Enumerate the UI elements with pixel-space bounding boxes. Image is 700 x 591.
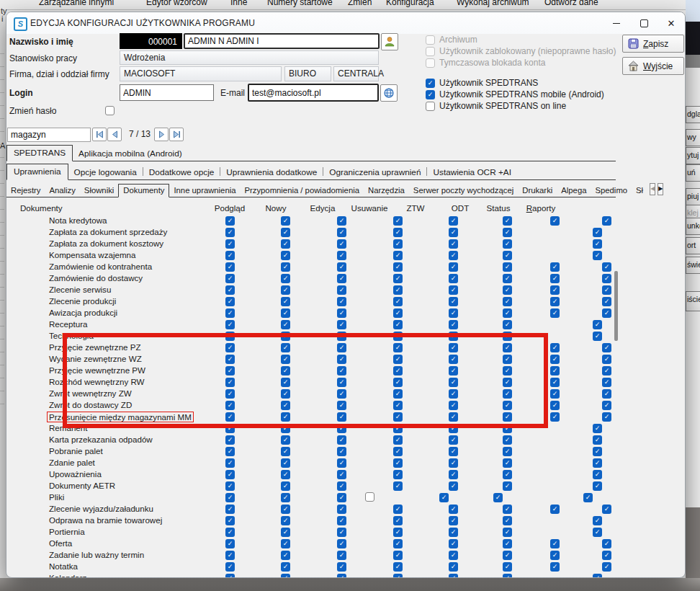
perm-checkbox[interactable]	[225, 458, 235, 468]
perm-checkbox[interactable]	[225, 481, 235, 491]
save-button[interactable]: Zapisz	[622, 35, 684, 53]
tab-rejestry[interactable]: Rejestry	[6, 185, 45, 197]
menu-item[interactable]: Konfiguracja	[386, 0, 434, 7]
perm-checkbox[interactable]	[593, 239, 602, 249]
perm-checkbox[interactable]	[225, 228, 235, 237]
perm-checkbox[interactable]	[449, 297, 458, 306]
perm-checkbox[interactable]	[225, 332, 235, 341]
perm-checkbox[interactable]	[393, 343, 403, 352]
perm-checkbox[interactable]	[281, 505, 290, 514]
perm-checkbox[interactable]	[550, 562, 560, 572]
perm-checkbox[interactable]	[449, 447, 458, 456]
vertical-scrollbar-thumb[interactable]	[614, 271, 618, 341]
perm-checkbox[interactable]	[503, 320, 512, 329]
perm-checkbox[interactable]	[225, 574, 235, 578]
perm-checkbox[interactable]	[225, 262, 235, 272]
perm-checkbox[interactable]	[393, 401, 403, 410]
perm-checkbox[interactable]	[393, 262, 403, 272]
perm-checkbox[interactable]	[281, 574, 290, 578]
menu-item[interactable]: Zarządzanie innymi	[39, 0, 114, 7]
department-field[interactable]: BIURO	[284, 66, 331, 81]
perm-checkbox[interactable]	[449, 470, 458, 479]
perm-checkbox[interactable]	[337, 274, 346, 283]
bg-side-button[interactable]: piuj	[686, 188, 700, 205]
perm-checkbox[interactable]	[337, 343, 346, 352]
perm-checkbox[interactable]	[281, 551, 290, 560]
perm-checkbox[interactable]	[225, 216, 235, 226]
tab-ograniczenia-uprawnień[interactable]: Ograniczenia uprawnień	[323, 166, 426, 179]
perm-checkbox[interactable]	[449, 378, 458, 387]
perm-checkbox[interactable]	[583, 493, 593, 502]
perm-checkbox[interactable]	[225, 308, 235, 318]
menu-item[interactable]: Numery startowe	[267, 0, 333, 7]
perm-checkbox[interactable]	[281, 458, 290, 468]
perm-checkbox[interactable]	[593, 447, 602, 456]
user-type-checkbox[interactable]	[426, 90, 435, 99]
perm-checkbox[interactable]	[281, 216, 290, 226]
perm-checkbox[interactable]	[593, 251, 602, 260]
perm-checkbox[interactable]	[225, 505, 235, 514]
perm-checkbox[interactable]	[449, 285, 458, 295]
perm-checkbox[interactable]	[550, 274, 560, 283]
perm-checkbox[interactable]	[225, 389, 235, 399]
tab-uprawnienia-dodatkowe[interactable]: Uprawnienia dodatkowe	[220, 166, 323, 179]
perm-checkbox[interactable]	[393, 435, 403, 445]
perm-checkbox[interactable]	[393, 297, 403, 306]
user-type-checkbox[interactable]	[426, 102, 435, 111]
perm-checkbox[interactable]	[281, 343, 290, 352]
company-field[interactable]: MACIOSOFT	[120, 66, 282, 81]
perm-checkbox[interactable]	[281, 366, 290, 376]
perm-checkbox[interactable]	[393, 216, 403, 226]
tab-aplikacja-mobilna-android-[interactable]: Aplikacja mobilna (Android)	[73, 147, 188, 161]
perm-checkbox[interactable]	[503, 470, 512, 479]
user-type-checkbox[interactable]	[426, 79, 435, 88]
perm-checkbox[interactable]	[393, 481, 403, 491]
perm-checkbox[interactable]	[225, 355, 235, 364]
perm-checkbox[interactable]	[225, 239, 235, 249]
perm-checkbox[interactable]	[593, 516, 602, 525]
perm-checkbox[interactable]	[337, 285, 346, 295]
close-button[interactable]: ✕	[660, 14, 682, 32]
perm-checkbox[interactable]	[281, 528, 290, 537]
perm-checkbox[interactable]	[393, 285, 403, 295]
menu-item[interactable]: Inne	[230, 0, 247, 7]
tab-dodatkowe-opcje[interactable]: Dodatkowe opcje	[143, 166, 220, 179]
perm-checkbox[interactable]	[593, 228, 602, 237]
bg-side-button[interactable]: ytuj	[686, 147, 700, 164]
record-filter-input[interactable]	[7, 128, 91, 142]
perm-checkbox[interactable]	[337, 320, 346, 329]
perm-checkbox[interactable]	[503, 505, 512, 514]
perm-checkbox[interactable]	[393, 308, 403, 318]
perm-checkbox[interactable]	[365, 492, 374, 502]
perm-checkbox[interactable]	[503, 551, 512, 560]
perm-checkbox[interactable]	[449, 481, 458, 491]
perm-checkbox[interactable]	[337, 297, 346, 306]
perm-checkbox[interactable]	[503, 297, 512, 306]
perm-checkbox[interactable]	[550, 285, 560, 295]
minimize-button[interactable]	[606, 14, 627, 32]
perm-checkbox[interactable]	[225, 412, 235, 422]
perm-checkbox[interactable]	[503, 308, 512, 318]
perm-checkbox[interactable]	[225, 470, 235, 479]
perm-checkbox[interactable]	[393, 562, 403, 572]
perm-checkbox[interactable]	[602, 343, 611, 352]
perm-checkbox[interactable]	[337, 539, 346, 548]
perm-checkbox[interactable]	[550, 297, 560, 306]
perm-checkbox[interactable]	[225, 320, 235, 329]
perm-checkbox[interactable]	[393, 378, 403, 387]
perm-checkbox[interactable]	[337, 228, 346, 237]
perm-checkbox[interactable]	[281, 239, 290, 249]
perm-checkbox[interactable]	[393, 458, 403, 468]
perm-checkbox[interactable]	[393, 412, 403, 422]
perm-checkbox[interactable]	[503, 343, 512, 352]
perm-checkbox[interactable]	[503, 481, 512, 491]
perm-checkbox[interactable]	[503, 447, 512, 456]
menu-item[interactable]: Wykonaj archiwum	[457, 0, 529, 7]
perm-checkbox[interactable]	[393, 366, 403, 376]
perm-checkbox[interactable]	[602, 355, 611, 364]
perm-checkbox[interactable]	[337, 332, 346, 341]
perm-checkbox[interactable]	[225, 366, 235, 376]
perm-checkbox[interactable]	[225, 424, 235, 433]
menu-item[interactable]: Edytor wzorców	[146, 0, 207, 7]
perm-checkbox[interactable]	[225, 435, 235, 445]
